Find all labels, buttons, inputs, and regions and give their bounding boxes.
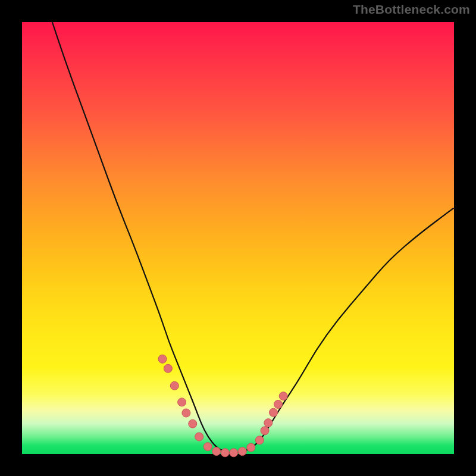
marker-dot	[238, 447, 246, 456]
marker-dot	[170, 381, 178, 390]
marker-dot	[158, 355, 167, 363]
bottleneck-curve	[52, 22, 454, 453]
marker-dot	[264, 419, 273, 427]
marker-dot	[247, 443, 255, 452]
marker-dot	[212, 447, 221, 456]
marker-dot	[230, 449, 238, 457]
marker-dot	[164, 364, 172, 372]
marker-dot	[270, 408, 278, 416]
marker-dot	[255, 436, 264, 444]
marker-dot	[261, 427, 269, 435]
marker-dot	[195, 433, 203, 441]
marker-dot	[182, 409, 190, 417]
marker-dot	[203, 443, 212, 451]
marker-dot	[221, 449, 229, 457]
marker-dot	[178, 398, 186, 406]
chart-frame	[11, 11, 465, 465]
watermark-text: TheBottleneck.com	[353, 2, 470, 17]
plot-area	[22, 22, 454, 454]
marker-dot	[274, 400, 283, 409]
marker-dot	[279, 392, 287, 400]
marker-dot	[189, 419, 197, 428]
curve-markers	[158, 355, 287, 457]
chart-svg	[22, 22, 454, 454]
